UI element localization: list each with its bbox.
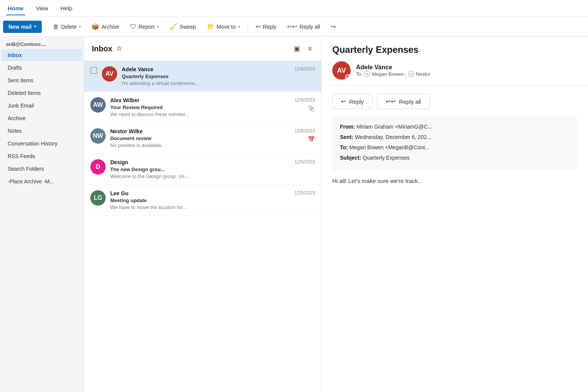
sent-value: Wednesday, December 6, 202... [355, 134, 431, 140]
sent-row: Sent: Wednesday, December 6, 202... [340, 133, 570, 141]
sidebar-item-archive[interactable]: Archive [2, 112, 82, 124]
move-to-label: Move to [217, 24, 236, 30]
reply-body-button[interactable]: ↩ Reply [332, 94, 372, 109]
sidebar-item-inbox[interactable]: Inbox [2, 49, 82, 61]
reply-body-icon: ↩ [341, 98, 346, 105]
menu-bar: Home View Help [0, 0, 588, 17]
email-sender-4: Design [110, 159, 290, 165]
email-date-5: 12/5/2023 [295, 190, 315, 196]
email-sender-5: Lee Gu [110, 190, 290, 196]
sidebar-item-conversation-history[interactable]: Conversation History [2, 137, 82, 150]
email-item-5[interactable]: LG Lee Gu Meeting update We have to move… [84, 185, 321, 216]
toolbar: New mail ▾ 🗑 Delete ▾ 📦 Archive 🛡 Report… [0, 17, 588, 37]
from-label: From: [340, 124, 355, 130]
email-item-1[interactable]: AV Adele Vance Quarterly Expenses I'm at… [84, 61, 321, 92]
archive-label: Archive [101, 24, 119, 30]
sidebar-item-place-archive[interactable]: -Place Archive -M... [2, 175, 82, 188]
reply-actions: ↩ Reply ↩↩ Reply all [332, 94, 577, 109]
email-list: AV Adele Vance Quarterly Expenses I'm at… [84, 61, 321, 392]
sidebar-item-junk-email[interactable]: Junk Email [2, 100, 82, 112]
presence-dot [346, 75, 350, 79]
reply-body-label: Reply [349, 98, 364, 105]
sidebar: anB@Contoso.... Inbox Drafts Sent Items … [0, 37, 84, 392]
subject-value: Quarterly Expenses [363, 155, 410, 161]
toolbar-divider-2 [248, 22, 248, 31]
sender-to: To: ✕ Megan Bowen; ✕ Nestor [356, 71, 577, 77]
inbox-title: Inbox ☆ [92, 44, 122, 53]
filter-button[interactable]: ≡ [306, 43, 314, 54]
reply-toolbar-button[interactable]: ↩ Reply [251, 21, 281, 33]
email-sender-1: Adele Vance [122, 66, 290, 72]
email-list-header-actions: ▣ ≡ [292, 43, 314, 54]
reading-body: ↩ Reply ↩↩ Reply all From: Miriam Graham… [322, 86, 588, 392]
email-preview-1: I'm attending a virtual conference... [122, 80, 290, 86]
calendar-icon: 📅 [308, 136, 315, 143]
delete-button[interactable]: 🗑 Delete ▾ [48, 21, 85, 33]
reading-pane: Quarterly Expenses AV Adele Vance To: ✕ … [322, 37, 588, 392]
email-checkbox-1[interactable] [90, 67, 97, 74]
sidebar-item-notes[interactable]: Notes [2, 125, 82, 137]
sidebar-item-search-folders[interactable]: Search Folders [2, 163, 82, 175]
sent-label: Sent: [340, 134, 353, 140]
email-item-2[interactable]: AW Alex Wilber Your Review Required We n… [84, 92, 321, 123]
sender-info: AV Adele Vance To: ✕ Megan Bowen; [332, 61, 577, 80]
recipient-nestor: ✕ Nestor [408, 71, 430, 77]
new-mail-chevron-icon: ▾ [34, 24, 36, 29]
email-sender-3: Nestor Wilke [110, 128, 290, 134]
menu-help[interactable]: Help [59, 1, 74, 15]
email-avatar-3: NW [90, 128, 106, 144]
email-detail-block: From: Miriam Graham <MiriamG@C... Sent: … [332, 117, 577, 170]
report-button[interactable]: 🛡 Report ▾ [126, 21, 163, 33]
reply-all-toolbar-label: Reply all [299, 24, 320, 30]
move-to-button[interactable]: 📁 Move to ▾ [202, 21, 245, 33]
subject-label: Subject: [340, 155, 361, 161]
email-meta-3: 12/6/2023 📅 [295, 128, 315, 143]
move-to-icon: 📁 [207, 23, 214, 30]
email-preview-4: Welcome to the Design group. Us... [110, 173, 290, 179]
detail-to-label: To: [340, 144, 348, 150]
inbox-title-text: Inbox [92, 44, 112, 53]
menu-view[interactable]: View [34, 1, 50, 15]
sidebar-item-sent-items[interactable]: Sent Items [2, 74, 82, 87]
reply-all-toolbar-icon: ↩↩ [287, 23, 297, 30]
sidebar-item-drafts[interactable]: Drafts [2, 62, 82, 74]
reading-subject: Quarterly Expenses [332, 44, 577, 55]
email-body-text: Hi all! Let's make sure we're track... [332, 176, 577, 186]
archive-icon: 📦 [91, 23, 99, 30]
email-subject-4: The new Design grou... [110, 167, 290, 172]
reply-all-body-button[interactable]: ↩↩ Reply all [377, 94, 430, 109]
email-item-3[interactable]: NW Nestor Wilke Document review No previ… [84, 123, 321, 154]
email-content-4: Design The new Design grou... Welcome to… [110, 159, 290, 179]
email-date-1: 12/6/2023 [295, 66, 315, 72]
sidebar-item-deleted-items[interactable]: Deleted Items [2, 87, 82, 99]
new-mail-label: New mail [8, 24, 32, 30]
forward-toolbar-icon: ↪ [331, 23, 336, 30]
report-chevron-icon: ▾ [157, 24, 159, 29]
recipient-nestor-name: Nestor [416, 71, 430, 77]
forward-toolbar-button[interactable]: ↪ [326, 21, 340, 33]
email-preview-2: We need to discuss these number... [110, 111, 290, 117]
reply-all-toolbar-button[interactable]: ↩↩ Reply all [283, 21, 325, 33]
recipient-x-icon-1: ✕ [364, 71, 370, 77]
recipient-megan: ✕ Megan Bowen; [364, 71, 407, 77]
email-date-3: 12/6/2023 [295, 128, 315, 134]
menu-home[interactable]: Home [6, 1, 25, 15]
inbox-star-icon[interactable]: ☆ [116, 44, 122, 53]
email-item-4[interactable]: D Design The new Design grou... Welcome … [84, 154, 321, 185]
reply-toolbar-icon: ↩ [256, 23, 261, 30]
delete-label: Delete [61, 24, 77, 30]
email-preview-5: We have to move the location for... [110, 204, 290, 210]
presence-indicator [345, 74, 351, 80]
sweep-icon: 🧹 [170, 23, 177, 30]
new-mail-button[interactable]: New mail ▾ [3, 21, 42, 33]
email-avatar-5: LG [90, 190, 106, 206]
select-all-button[interactable]: ▣ [292, 43, 302, 54]
report-label: Report [139, 24, 155, 30]
email-subject-2: Your Review Required [110, 105, 290, 110]
sidebar-item-rss-feeds[interactable]: RSS Feeds [2, 150, 82, 162]
subject-row: Subject: Quarterly Expenses [340, 154, 570, 162]
archive-button[interactable]: 📦 Archive [87, 21, 124, 33]
email-content-2: Alex Wilber Your Review Required We need… [110, 97, 290, 117]
email-date-2: 12/6/2023 [295, 97, 315, 103]
sweep-button[interactable]: 🧹 Sweep [165, 21, 201, 33]
